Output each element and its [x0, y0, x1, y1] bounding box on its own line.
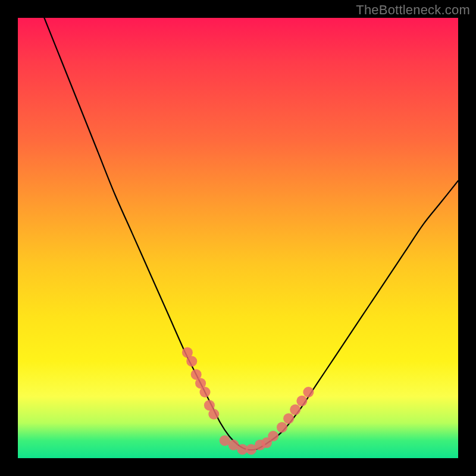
marker-dot	[200, 387, 211, 397]
chart-frame: TheBottleneck.com	[0, 0, 476, 476]
marker-dot	[208, 409, 219, 419]
marker-dot	[277, 422, 287, 433]
marker-dots-group	[182, 347, 314, 455]
chart-svg	[18, 18, 458, 458]
bottleneck-curve	[44, 18, 458, 450]
marker-dot	[303, 387, 314, 397]
marker-dot	[296, 396, 307, 406]
attribution-label: TheBottleneck.com	[356, 2, 470, 18]
marker-dot	[268, 431, 278, 441]
marker-dot	[283, 413, 294, 424]
marker-dot	[186, 356, 197, 367]
chart-plot-area	[18, 18, 458, 458]
marker-dot	[290, 405, 300, 415]
